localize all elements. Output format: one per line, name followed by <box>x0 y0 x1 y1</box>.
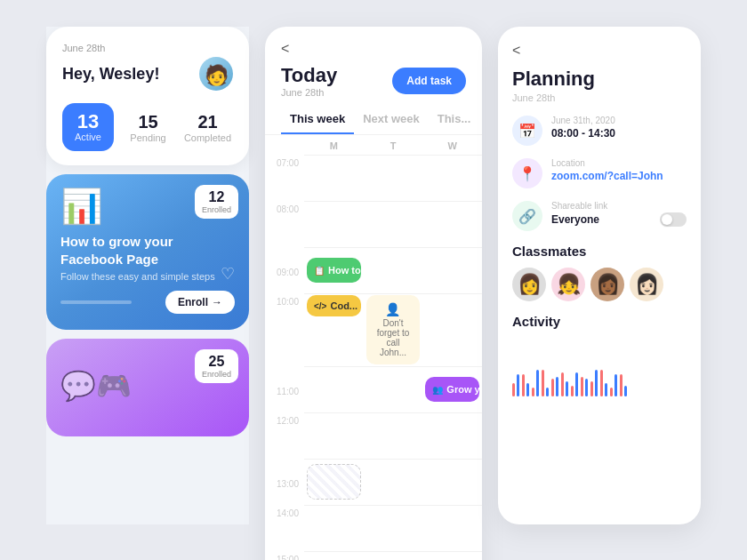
classmate-3: 👩🏾 <box>590 268 624 301</box>
course-subtitle: Follow these easy and simple steps <box>60 271 235 282</box>
event-grow[interactable]: 👥 Grow yo... ··· <box>425 377 479 402</box>
classmates-row: 👩 👧 👩🏾 👩🏻 <box>512 268 687 301</box>
pending-label: Pending <box>123 132 173 143</box>
activity-bar-blue <box>517 374 519 396</box>
pending-stat: 15 Pending <box>123 112 173 143</box>
today-section: Today June 28th Add task <box>265 64 482 105</box>
activity-bar-blue <box>566 381 568 397</box>
location-value[interactable]: zoom.com/?call=John <box>551 170 663 182</box>
stats-row: 13 Active 15 Pending 21 Completed <box>62 103 233 151</box>
calendar-back-button[interactable]: < <box>281 41 289 57</box>
time-label-0700: 07:00 <box>265 155 304 168</box>
schedule-row: 📅 June 31th, 2020 08:00 - 14:30 <box>512 116 687 146</box>
activity-bar-blue <box>556 377 558 397</box>
time-label-1400: 14:00 <box>265 505 304 518</box>
dashboard-panel: June 28th Hey, Wesley! 🧑 13 Active 15 Pe… <box>46 27 249 524</box>
activity-bar-red <box>600 370 603 396</box>
activity-bar-group <box>590 370 598 396</box>
planning-title: Planning <box>512 68 687 91</box>
time-label-1500: 15:00 <box>265 551 304 560</box>
schedule-time: 08:00 - 14:30 <box>551 127 615 140</box>
event-code[interactable]: </> Cod... <box>307 295 361 316</box>
shareable-toggle[interactable] <box>660 212 687 227</box>
enrolled-badge-blue: 12 Enrolled <box>195 185 238 219</box>
activity-bar-blue <box>526 383 529 396</box>
activity-bar-group <box>620 374 627 396</box>
progress-bar <box>60 300 132 304</box>
completed-stat: 21 Completed <box>182 112 233 143</box>
planning-panel: < Planning June 28th 📅 June 31th, 2020 0… <box>498 27 701 524</box>
time-row-0700: 07:00 <box>265 155 482 201</box>
tab-other-week[interactable]: This... <box>429 105 480 134</box>
activity-title: Activity <box>512 314 687 329</box>
planning-date: June 28th <box>512 92 687 103</box>
tab-next-week[interactable]: Next week <box>354 105 429 134</box>
classmates-section: Classmates 👩 👧 👩🏾 👩🏻 <box>512 244 687 301</box>
event-how-to[interactable]: 📋 How to... ··· <box>307 258 361 283</box>
activity-bar-group <box>581 377 588 397</box>
time-row-1400: 14:00 <box>265 505 482 551</box>
avatar: 🧑 <box>199 57 233 91</box>
schedule-date-label: June 31th, 2020 <box>551 116 615 125</box>
toggle-knob <box>662 214 672 225</box>
activity-bar-red <box>571 386 574 397</box>
active-label: Active <box>75 132 101 142</box>
today-title: Today <box>281 64 337 87</box>
activity-bar-red <box>551 379 554 396</box>
time-label-0900: 09:00 <box>265 264 304 277</box>
enroll-button[interactable]: Enroll → <box>165 291 235 314</box>
activity-bar-blue <box>624 386 627 397</box>
link-icon: 🔗 <box>512 201 542 231</box>
classmate-1: 👩 <box>512 268 546 301</box>
time-label-1200: 12:00 <box>265 412 304 426</box>
activity-bar-red <box>620 374 622 396</box>
location-label: Location <box>551 158 663 168</box>
activity-bar-blue <box>575 372 578 397</box>
calendar-header: < <box>265 27 482 64</box>
header-date: June 28th <box>62 43 233 53</box>
activity-bar-red <box>542 370 544 396</box>
event-note: 👤 Don't forget to call John... <box>366 295 421 364</box>
activity-bar-blue <box>595 370 598 396</box>
heart-icon: ♡ <box>221 264 235 284</box>
classmate-2: 👧 <box>551 268 585 301</box>
activity-bar-group <box>561 372 568 397</box>
shareable-value: Everyone <box>551 213 599 226</box>
app-container: June 28th Hey, Wesley! 🧑 13 Active 15 Pe… <box>0 0 747 560</box>
activity-bar-red <box>522 374 525 396</box>
course-title: How to grow your Facebook Page <box>60 233 235 268</box>
planning-back-button[interactable]: < <box>512 43 687 59</box>
activity-bar-group <box>551 377 558 397</box>
calendar-day-headers: M T W <box>265 140 482 155</box>
shareable-label: Shareable link <box>551 201 687 211</box>
time-row-1000: 10:00 </> Cod... 👤 Don't forget to call … <box>265 293 482 366</box>
activity-bar-blue <box>614 374 617 396</box>
classmates-title: Classmates <box>512 244 687 259</box>
completed-count: 21 <box>182 112 233 132</box>
shareable-row: 🔗 Shareable link Everyone <box>512 201 687 231</box>
pending-count: 15 <box>123 112 173 132</box>
purple-course-illustration: 💬🎮 <box>60 369 235 403</box>
location-row: 📍 Location zoom.com/?call=John <box>512 158 687 188</box>
header-card: June 28th Hey, Wesley! 🧑 13 Active 15 Pe… <box>46 27 249 165</box>
today-date: June 28th <box>281 87 337 98</box>
activity-bar-group <box>532 370 539 396</box>
activity-bar-group <box>512 374 519 396</box>
activity-bar-blue <box>605 383 607 396</box>
time-row-0900: 09:00 📋 How to... ··· <box>265 247 482 293</box>
add-task-button[interactable]: Add task <box>392 68 466 94</box>
event-hatched <box>307 464 361 500</box>
time-label-0800: 08:00 <box>265 201 304 214</box>
activity-chart <box>512 338 687 400</box>
course-card-purple: 25 Enrolled 💬🎮 <box>46 339 249 436</box>
time-row-1300: 13:00 <box>265 459 482 505</box>
calendar-icon: 📅 <box>512 116 542 146</box>
activity-bar-red <box>610 388 613 396</box>
activity-bar-group <box>571 372 578 397</box>
completed-label: Completed <box>182 132 233 143</box>
calendar-body: 07:00 08:00 09:00 📋 How to... ··· <box>265 155 482 560</box>
time-label-1100: 11:00 <box>265 383 304 396</box>
tab-this-week[interactable]: This week <box>281 105 354 134</box>
activity-bar-blue <box>546 388 549 396</box>
activity-bar-blue <box>536 370 539 396</box>
